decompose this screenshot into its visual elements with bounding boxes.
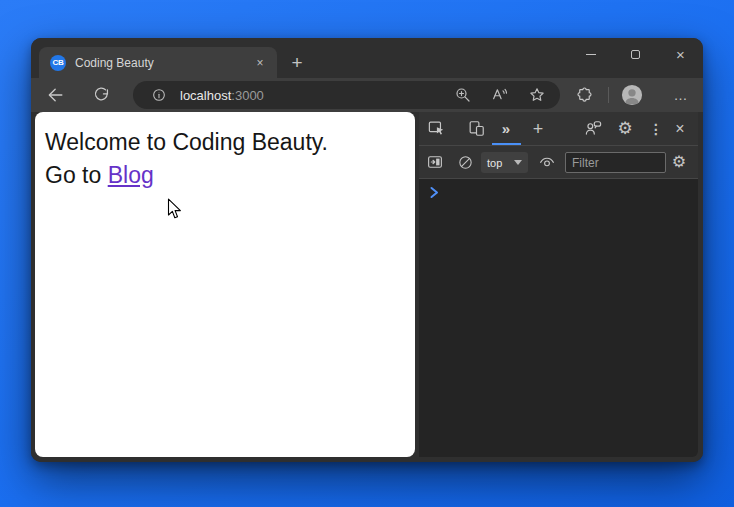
titlebar: CB Coding Beauty × + × xyxy=(31,38,703,78)
device-toolbar-icon xyxy=(467,119,486,138)
console-prompt-icon xyxy=(429,186,440,199)
refresh-button[interactable] xyxy=(91,85,111,105)
mouse-cursor-icon xyxy=(167,198,183,220)
page-text: Welcome to Coding Beauty. Go toBlog xyxy=(45,126,328,192)
webpage-viewport: Welcome to Coding Beauty. Go toBlog xyxy=(35,112,415,457)
address-bar[interactable]: localhost:3000 xyxy=(133,81,560,109)
profile-avatar[interactable] xyxy=(621,84,643,106)
feedback-button[interactable] xyxy=(582,118,604,140)
active-tab-underline xyxy=(492,143,521,145)
console-toolbar: top ⚙ xyxy=(419,146,698,179)
eye-icon xyxy=(538,153,556,171)
context-selected-value: top xyxy=(487,157,508,169)
maximize-button[interactable] xyxy=(613,38,658,70)
console-sidebar-button[interactable] xyxy=(424,151,446,173)
inspect-icon xyxy=(427,119,446,138)
toolbar-separator xyxy=(608,87,609,103)
more-tabs-button[interactable]: » xyxy=(495,118,517,140)
goto-text: Go to xyxy=(45,162,101,188)
devtools-add-tab-button[interactable]: + xyxy=(527,118,549,140)
zoom-in-icon[interactable] xyxy=(454,86,472,104)
maximize-icon xyxy=(631,50,640,59)
clear-console-icon xyxy=(457,154,474,171)
back-button[interactable] xyxy=(46,85,66,105)
devtools-more-options-button[interactable]: ⋮ xyxy=(645,118,667,140)
url-text: localhost:3000 xyxy=(180,88,264,103)
browser-tab[interactable]: CB Coding Beauty × xyxy=(39,47,277,78)
minimize-icon xyxy=(586,54,596,55)
favorites-star-icon[interactable] xyxy=(528,86,546,104)
inspect-element-button[interactable] xyxy=(425,118,447,140)
site-info-icon[interactable] xyxy=(151,87,167,103)
desktop-background: CB Coding Beauty × + × localhost:3000 xyxy=(0,0,734,507)
refresh-icon xyxy=(92,86,111,105)
device-emulation-button[interactable] xyxy=(465,118,487,140)
console-settings-button[interactable]: ⚙ xyxy=(668,151,690,173)
extensions-button[interactable] xyxy=(574,85,594,105)
extensions-puzzle-icon xyxy=(575,86,594,105)
window-content: Welcome to Coding Beauty. Go toBlog » + xyxy=(31,112,703,462)
close-window-button[interactable]: × xyxy=(658,38,703,70)
url-port: :3000 xyxy=(231,88,264,103)
devtools-panel: » + ⚙ ⋮ × xyxy=(419,112,698,457)
avatar-icon xyxy=(621,84,643,106)
feedback-icon xyxy=(584,119,603,138)
read-aloud-icon[interactable] xyxy=(491,86,509,104)
window-controls: × xyxy=(568,38,703,70)
blog-link[interactable]: Blog xyxy=(108,162,154,188)
minimize-button[interactable] xyxy=(568,38,613,70)
devtools-settings-button[interactable]: ⚙ xyxy=(614,118,636,140)
settings-and-more-button[interactable]: … xyxy=(669,85,693,105)
address-bar-actions xyxy=(454,86,546,104)
tab-title: Coding Beauty xyxy=(75,56,251,70)
url-host: localhost xyxy=(180,88,231,103)
chevron-down-icon xyxy=(514,160,522,165)
live-expression-button[interactable] xyxy=(536,151,558,173)
site-favicon: CB xyxy=(50,55,66,71)
tab-close-icon[interactable]: × xyxy=(251,54,269,72)
back-icon xyxy=(46,85,66,105)
javascript-context-select[interactable]: top xyxy=(481,152,528,173)
console-output-area[interactable] xyxy=(419,179,698,456)
browser-toolbar: localhost:3000 … xyxy=(31,78,703,112)
browser-window: CB Coding Beauty × + × localhost:3000 xyxy=(31,38,703,462)
page-heading: Welcome to Coding Beauty. xyxy=(45,129,328,155)
devtools-toolbar: » + ⚙ ⋮ × xyxy=(419,112,698,146)
close-icon: × xyxy=(676,47,685,62)
clear-console-button[interactable] xyxy=(454,151,476,173)
devtools-close-button[interactable]: × xyxy=(669,118,691,140)
new-tab-button[interactable]: + xyxy=(285,51,309,75)
console-filter-input[interactable] xyxy=(565,152,666,173)
console-sidebar-icon xyxy=(426,153,444,171)
